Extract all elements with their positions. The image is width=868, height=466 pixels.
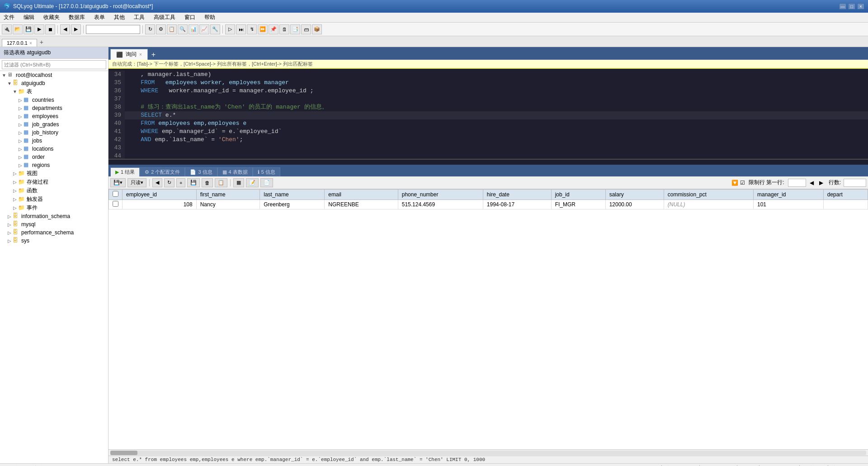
save-btn[interactable]: 💾 — [24, 24, 33, 34]
table-regions[interactable]: ▷ ▦ regions — [0, 161, 108, 169]
result-refresh-btn[interactable]: ↻ — [164, 178, 175, 187]
conn-tab-close-icon[interactable]: × — [29, 41, 32, 46]
result-next-page-icon[interactable]: ▶ — [817, 180, 825, 186]
maximize-button[interactable]: □ — [848, 3, 855, 10]
result-tab-2[interactable]: ⚙ 2 个配置文件 — [140, 167, 185, 176]
db-mysql-node[interactable]: ▷ 🗄 mysql — [0, 220, 108, 228]
table-countries[interactable]: ▷ ▦ countries — [0, 96, 108, 104]
minimize-button[interactable]: — — [839, 3, 846, 10]
add-query-tab-btn[interactable]: + — [148, 50, 159, 60]
result-tab-3[interactable]: 📄 3 信息 — [185, 167, 217, 176]
result-export-btn[interactable]: 💾▾ — [110, 178, 126, 187]
result-mode-btn[interactable]: 只读 ▾ — [127, 178, 146, 187]
result-grid-btn[interactable]: ▦ — [233, 178, 244, 187]
result-prev-page-icon[interactable]: ◀ — [808, 180, 816, 186]
col-header-hire-date[interactable]: hire_date — [483, 190, 551, 200]
table-employees[interactable]: ▷ ▦ employees — [0, 112, 108, 120]
procedures-group-node[interactable]: ▷ 📁 存储过程 — [0, 178, 108, 186]
col-header-manager-id[interactable]: manager_id — [754, 190, 824, 200]
col-header-phone-number[interactable]: phone_number — [398, 190, 483, 200]
next-btn[interactable]: ▶ — [71, 24, 81, 34]
table-job-history[interactable]: ▷ ▦ job_history — [0, 128, 108, 137]
first-row-input[interactable]: 0 — [788, 179, 806, 187]
db-information-schema-node[interactable]: ▷ 🗄 information_schema — [0, 212, 108, 220]
select-all-checkbox[interactable] — [113, 191, 118, 197]
tool1-btn[interactable]: ⚙ — [156, 24, 166, 34]
add-connection-tab-btn[interactable]: + — [37, 38, 46, 47]
run9-btn[interactable]: 📦 — [312, 24, 322, 34]
run2-btn[interactable]: ⏭ — [236, 24, 246, 34]
menu-file[interactable]: 文件 — [2, 13, 16, 22]
server-node[interactable]: ▼ 🖥 root@localhost — [0, 71, 108, 79]
close-button[interactable]: × — [857, 3, 864, 10]
row-checkbox-1[interactable] — [113, 201, 118, 207]
result-tab-4[interactable]: ▦ 4 表数据 — [217, 167, 253, 176]
col-header-salary[interactable]: salary — [605, 190, 664, 200]
table-departments[interactable]: ▷ ▦ departments — [0, 104, 108, 112]
table-job-grades[interactable]: ▷ ▦ job_grades — [0, 120, 108, 128]
result-form-btn[interactable]: 📝 — [246, 178, 259, 187]
table-order[interactable]: ▷ ▦ order — [0, 153, 108, 161]
result-tab-5[interactable]: ℹ 5 信息 — [253, 167, 280, 176]
query-tab-main[interactable]: ⬛ 询问 × — [110, 49, 148, 60]
table-locations[interactable]: ▷ ▦ locations — [0, 145, 108, 153]
menu-table[interactable]: 表单 — [92, 13, 107, 22]
sql-editor[interactable]: 34 , manager.last_name) 35 FROM employee… — [108, 69, 868, 159]
result-save-btn[interactable]: 💾 — [187, 178, 200, 187]
run8-btn[interactable]: 🗃 — [301, 24, 311, 34]
result-text-btn[interactable]: 📄 — [260, 178, 273, 187]
open-btn[interactable]: 📂 — [13, 24, 23, 34]
triggers-group-node[interactable]: ▷ 📁 触发器 — [0, 195, 108, 204]
menu-edit[interactable]: 编辑 — [22, 13, 36, 22]
views-group-node[interactable]: ▷ 📁 视图 — [0, 169, 108, 178]
stop-btn[interactable]: ⏹ — [45, 24, 55, 34]
result-add-btn[interactable]: + — [176, 178, 185, 187]
events-group-node[interactable]: ▷ 📁 事件 — [0, 204, 108, 212]
menu-help[interactable]: 帮助 — [203, 13, 217, 22]
run5-btn[interactable]: 📌 — [269, 24, 278, 34]
functions-group-node[interactable]: ▷ 📁 函数 — [0, 186, 108, 195]
run3-btn[interactable]: ↯ — [247, 24, 257, 34]
col-header-depart[interactable]: depart — [823, 190, 868, 200]
col-header-first-name[interactable]: first_name — [196, 190, 260, 200]
menu-favorites[interactable]: 收藏夹 — [42, 13, 61, 22]
row-check-1[interactable] — [109, 200, 123, 209]
col-header-employee-id[interactable]: employee_id — [123, 190, 197, 200]
tables-group-node[interactable]: ▼ 📁 表 — [0, 87, 108, 96]
result-prev-btn[interactable]: ◀ — [152, 178, 162, 187]
sidebar-filter-input[interactable] — [2, 60, 106, 69]
tool6-btn[interactable]: 🔧 — [210, 24, 220, 34]
menu-tools[interactable]: 工具 — [132, 13, 146, 22]
col-header-commission-pct[interactable]: commission_pct — [664, 190, 753, 200]
run4-btn[interactable]: ⏩ — [258, 24, 268, 34]
menu-other[interactable]: 其他 — [112, 13, 127, 22]
col-header-check[interactable] — [109, 190, 123, 200]
col-header-last-name[interactable]: last_name — [260, 190, 325, 200]
col-header-email[interactable]: email — [325, 190, 398, 200]
result-tab-1[interactable]: ▶ 1 结果 — [110, 167, 140, 176]
col-header-job-id[interactable]: job_id — [551, 190, 605, 200]
tool5-btn[interactable]: 📈 — [199, 24, 209, 34]
menu-advanced[interactable]: 高级工具 — [152, 13, 177, 22]
editor-hscroll[interactable] — [108, 159, 868, 165]
tool4-btn[interactable]: 📊 — [189, 24, 198, 34]
run6-btn[interactable]: 🗓 — [279, 24, 289, 34]
new-connection-btn[interactable]: 🔌 — [2, 24, 12, 34]
tool2-btn[interactable]: 📋 — [167, 24, 177, 34]
tool3-btn[interactable]: 🔍 — [178, 24, 188, 34]
horizontal-scrollbar[interactable] — [108, 449, 868, 456]
prev-btn[interactable]: ◀ — [60, 24, 70, 34]
run7-btn[interactable]: 📑 — [290, 24, 300, 34]
refresh-btn[interactable]: ↻ — [145, 24, 155, 34]
run1-btn[interactable]: ▷ — [225, 24, 235, 34]
table-jobs[interactable]: ▷ ▦ jobs — [0, 137, 108, 145]
result-copy-btn[interactable]: 📋 — [215, 178, 227, 187]
connection-tab-main[interactable]: 127.0.0.1 × — [2, 39, 37, 47]
db-atguigudb-node[interactable]: ▼ 🗄 atguigudb — [0, 79, 108, 87]
menu-database[interactable]: 数据库 — [67, 13, 87, 22]
execute-btn[interactable]: ▶ — [34, 24, 44, 34]
menu-window[interactable]: 窗口 — [183, 13, 197, 22]
db-sys-node[interactable]: ▷ 🗄 sys — [0, 237, 108, 245]
connection-input[interactable]: atgui.gudb — [86, 25, 140, 34]
row-count-input[interactable]: 1000 — [844, 179, 866, 187]
